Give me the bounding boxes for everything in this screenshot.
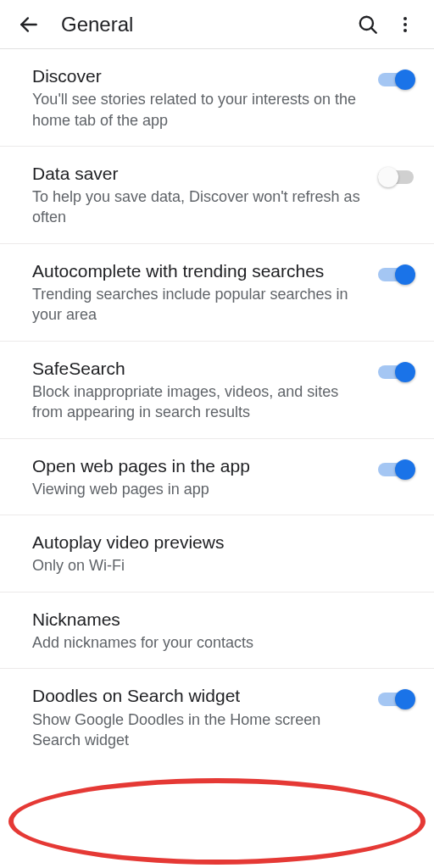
toggle-thumb xyxy=(395,264,415,285)
toggle-data-saver[interactable] xyxy=(378,169,414,186)
setting-desc: You'll see stories related to your inter… xyxy=(32,89,361,131)
toggle-doodles[interactable] xyxy=(378,691,414,708)
setting-desc: Add nicknames for your contacts xyxy=(32,632,397,653)
setting-nicknames[interactable]: Nicknames Add nicknames for your contact… xyxy=(0,593,434,670)
arrow-left-icon xyxy=(18,14,40,36)
back-button[interactable] xyxy=(10,6,47,43)
toggle-thumb xyxy=(395,70,415,90)
annotation-highlight xyxy=(8,778,426,865)
setting-discover[interactable]: Discover You'll see stories related to y… xyxy=(0,49,434,147)
toggle-discover[interactable] xyxy=(378,71,414,88)
setting-text: Doodles on Search widget Show Google Doo… xyxy=(32,684,378,750)
setting-desc: Viewing web pages in app xyxy=(32,479,361,499)
svg-point-5 xyxy=(403,29,407,32)
toggle-thumb xyxy=(395,689,415,709)
setting-title: Autoplay video previews xyxy=(32,531,397,554)
setting-text: Open web pages in the app Viewing web pa… xyxy=(32,454,378,500)
more-vert-icon xyxy=(395,14,415,35)
setting-text: Data saver To help you save data, Discov… xyxy=(32,162,378,228)
app-header: General xyxy=(0,0,434,49)
setting-text: SafeSearch Block inappropriate images, v… xyxy=(32,357,378,423)
setting-autocomplete-trending[interactable]: Autocomplete with trending searches Tren… xyxy=(0,244,434,342)
setting-text: Discover You'll see stories related to y… xyxy=(32,64,378,131)
setting-open-in-app[interactable]: Open web pages in the app Viewing web pa… xyxy=(0,439,434,516)
svg-line-2 xyxy=(371,27,376,32)
search-icon xyxy=(357,14,379,36)
svg-point-4 xyxy=(403,23,407,26)
search-button[interactable] xyxy=(349,6,387,43)
setting-desc: To help you save data, Discover won't re… xyxy=(32,186,361,228)
setting-autoplay-video[interactable]: Autoplay video previews Only on Wi-Fi xyxy=(0,515,434,593)
setting-desc: Only on Wi-Fi xyxy=(32,555,397,576)
page-title: General xyxy=(61,13,349,36)
overflow-menu-button[interactable] xyxy=(387,6,424,43)
toggle-thumb xyxy=(395,362,415,382)
setting-desc: Block inappropriate images, videos, and … xyxy=(32,381,361,423)
toggle-autocomplete[interactable] xyxy=(378,266,414,283)
setting-title: Open web pages in the app xyxy=(32,454,361,477)
setting-title: Data saver xyxy=(32,162,361,185)
settings-list: Discover You'll see stories related to y… xyxy=(0,49,434,765)
setting-doodles-widget[interactable]: Doodles on Search widget Show Google Doo… xyxy=(0,669,434,765)
svg-point-3 xyxy=(403,17,407,20)
setting-text: Autocomplete with trending searches Tren… xyxy=(32,259,378,326)
setting-title: Nicknames xyxy=(32,608,397,631)
setting-desc: Show Google Doodles in the Home screen S… xyxy=(32,709,361,751)
setting-title: Autocomplete with trending searches xyxy=(32,259,361,282)
toggle-open-in-app[interactable] xyxy=(378,461,414,478)
setting-desc: Trending searches include popular search… xyxy=(32,284,361,326)
setting-title: Doodles on Search widget xyxy=(32,684,361,707)
toggle-safesearch[interactable] xyxy=(378,364,414,381)
setting-safesearch[interactable]: SafeSearch Block inappropriate images, v… xyxy=(0,342,434,439)
toggle-thumb xyxy=(378,167,398,187)
setting-title: SafeSearch xyxy=(32,357,361,380)
toggle-thumb xyxy=(395,459,415,480)
setting-data-saver[interactable]: Data saver To help you save data, Discov… xyxy=(0,147,434,244)
setting-title: Discover xyxy=(32,64,361,87)
setting-text: Autoplay video previews Only on Wi-Fi xyxy=(32,531,414,576)
setting-text: Nicknames Add nicknames for your contact… xyxy=(32,608,414,654)
